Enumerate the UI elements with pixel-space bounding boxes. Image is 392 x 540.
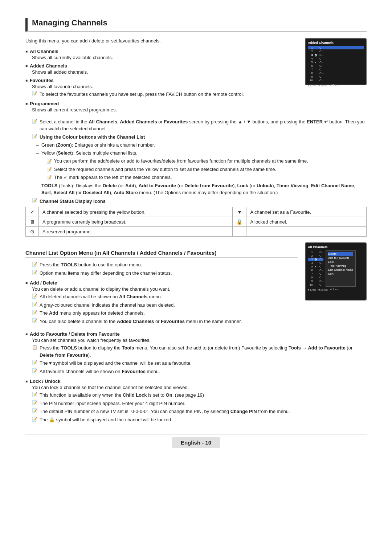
favourites-note: 📝 To select the favourites channels you … (32, 91, 298, 98)
menu-item: Add to Favourite (328, 256, 353, 260)
added-channels-text: Shows all added channels. (32, 69, 298, 75)
tv-row: 3📡C-- (308, 53, 364, 57)
tv-screen-1-footer: ■ Enter■ Select↵ Tools (308, 84, 364, 87)
section-all-channels: All Channels Shows all currently availab… (25, 49, 298, 60)
note-select-channel-text: Select a channel in the All Channels, Ad… (40, 118, 367, 132)
tv-context-menu: Delete Add to Favourite Lock Timer Viewi… (326, 250, 356, 287)
note-select-channel: 📝 Select a channel in the All Channels, … (32, 118, 367, 132)
add-delete-note-text: All deleted channels will be shown on Al… (40, 293, 298, 300)
menu-item: Edit Channel Name (328, 268, 353, 272)
tv-row: 1C-- (308, 250, 323, 254)
note-icon: 📝 (32, 360, 37, 365)
note-channel-status-text: Channel Status Display Icons (40, 198, 367, 205)
note-icon: 📝 (32, 408, 37, 413)
tv-row: 8C-- (308, 71, 364, 75)
lock-unlock-note: 📝 This function is available only when t… (32, 392, 367, 399)
colour-buttons-list: Green (Zoom): Enlarges or shrinks a chan… (36, 142, 367, 196)
list-item: TOOLS (Tools): Displays the Delete (or A… (36, 182, 367, 196)
intro-text: Using this menu, you can add / delete or… (25, 38, 298, 44)
tv-row: 10C-- (308, 283, 323, 286)
add-favourite-title: Add to Favourite / Delete from Favourite (25, 331, 367, 337)
tv-row: 8C-- (308, 276, 323, 279)
lock-unlock-note-text: The PIN number input screen appears. Ent… (40, 400, 367, 407)
add-favourite-text: You can set channels you watch frequentl… (32, 338, 367, 343)
list-item: Yellow (Select): Selects multiple channe… (36, 150, 367, 181)
tv-row: 9C-- (308, 279, 323, 283)
sub-note-text: Select the required channels and press t… (54, 166, 367, 173)
section-add-delete: Add / Delete You can delete or add a cha… (25, 280, 298, 325)
note-icon: 📝 (32, 262, 37, 267)
tv-screen-1: Added Channels 1C-- 2C-- 3📡C-- 4C-- 5▼C-… (305, 38, 367, 85)
status-desc: A locked channel. (246, 217, 367, 227)
section-lock-unlock: Lock / Unlock You can lock a channel so … (25, 379, 367, 423)
table-row: 🖥 A programme currently being broadcast.… (26, 217, 367, 227)
add-favourite-note: 📝 All favourite channels will be shown o… (32, 368, 367, 375)
table-row: ⊙ A reserved programme (26, 227, 367, 237)
channel-list-section-heading: Channel List Option Menu (in All Channel… (25, 250, 298, 258)
lock-unlock-note-text: The default PIN number of a new TV set i… (40, 408, 367, 415)
add-delete-note: 📝 A gray-coloured channel indicates the … (32, 302, 298, 309)
note-icon: 📝 (32, 91, 37, 96)
tv-row: 5▼C-- (308, 265, 323, 268)
tv-row: 9C-- (308, 75, 364, 78)
lock-unlock-note: 📝 The default PIN number of a new TV set… (32, 408, 367, 415)
lock-unlock-note: 📝 The PIN number input screen appears. E… (32, 400, 367, 407)
status-icon: ✓ (26, 207, 39, 217)
note-icon: 📝 (32, 302, 37, 307)
table-row: ✓ A channel selected by pressing the yel… (26, 207, 367, 217)
tv-row: 1C-- (308, 46, 364, 49)
note-icon: 📝 (32, 368, 37, 373)
status-desc (246, 227, 367, 237)
add-delete-text: You can delete or add a channel to displ… (32, 286, 298, 292)
note-icon: 📝 (46, 174, 52, 181)
all-channels-title: All Channels (25, 49, 298, 54)
list-item: Green (Zoom): Enlarges or shrinks a chan… (36, 142, 367, 149)
section-add-favourite: Add to Favourite / Delete from Favourite… (25, 331, 367, 375)
tv-row: 6C-- (308, 64, 364, 68)
menu-item: Sort (328, 272, 353, 276)
added-channels-title: Added Channels (25, 63, 298, 69)
note-icon: 📝 (32, 310, 37, 315)
note-icon: 📝 (32, 198, 37, 203)
channel-list-note1: 📝 Press the TOOLS button to use the opti… (32, 261, 298, 269)
tv-row: 3📡C-- (308, 258, 323, 261)
channel-list-note2-text: Option menu items may differ depending o… (40, 270, 298, 277)
tv-row: 10C-- (308, 79, 364, 82)
add-delete-title: Add / Delete (25, 280, 298, 286)
note-icon: 📝 (32, 119, 37, 124)
add-favourite-note-text: All favourite channels will be shown on … (40, 368, 367, 375)
lock-unlock-text: You can lock a channel so that the chann… (32, 385, 367, 390)
note-colour-buttons-text: Using the Colour buttons with the Channe… (40, 134, 367, 141)
tv-screen-1-title: Added Channels (308, 41, 364, 45)
tv-row: 2C-- (308, 254, 323, 257)
status-desc: A channel selected by pressing the yello… (39, 207, 233, 217)
status-desc: A reserved programme (39, 227, 233, 237)
lock-unlock-title: Lock / Unlock (25, 379, 367, 384)
section-programmed: Programmed Shows all current reserved pr… (25, 101, 298, 112)
channel-status-table: ✓ A channel selected by pressing the yel… (25, 207, 367, 237)
tv-row: 7C-- (308, 272, 323, 275)
note-icon: 📋 (32, 345, 37, 350)
lock-unlock-note-text: The 🔒 symbol will be displayed and the c… (40, 416, 367, 424)
section-favourites: Favourites Shows all favourite channels.… (25, 78, 298, 98)
add-favourite-note: 📝 The ♥ symbol will be displayed and the… (32, 360, 367, 367)
note-icon: 📝 (32, 392, 37, 397)
menu-item: Delete (328, 252, 353, 256)
menu-item: Lock (328, 260, 353, 264)
status-icon: ♥ (233, 207, 246, 217)
tv-row: 2C-- (308, 50, 364, 53)
sub-note: 📝 Select the required channels and press… (46, 166, 367, 173)
status-icon: ⊙ (26, 227, 39, 237)
tv-screen-2-title: All Channels (308, 245, 364, 249)
add-favourite-note-text: Press the TOOLS button to display the To… (40, 344, 367, 359)
page-title: Managing Channels (25, 18, 367, 32)
all-channels-text: Shows all currently available channels. (32, 55, 298, 60)
programmed-text: Shows all current reserved programmes. (32, 107, 298, 112)
note-icon: 📝 (46, 158, 52, 164)
add-favourite-note: 📋 Press the TOOLS button to display the … (32, 344, 367, 359)
sub-note-text: The ✓ mark appears to the left of the se… (54, 174, 367, 181)
add-delete-note-text: The Add menu only appears for deleted ch… (40, 310, 298, 317)
note-icon: 📝 (32, 134, 37, 139)
sub-note: 📝 The ✓ mark appears to the left of the … (46, 174, 367, 181)
page-number-label: English - 10 (172, 437, 220, 448)
